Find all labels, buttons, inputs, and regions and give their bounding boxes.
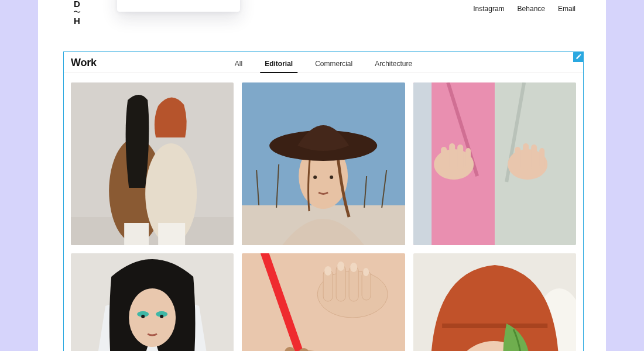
tab-editorial[interactable]: Editorial [263,60,294,73]
svg-rect-52 [442,324,547,328]
svg-point-15 [330,176,333,179]
tab-all[interactable]: All [234,60,244,73]
svg-rect-18 [413,82,431,245]
svg-rect-28 [539,148,544,169]
top-bar: D 〜 H Instagram Behance Email [38,0,606,51]
svg-rect-22 [457,144,463,170]
svg-point-34 [160,315,163,318]
svg-rect-5 [158,223,185,245]
section-title: Work [71,57,97,73]
header-nav: Instagram Behance Email [473,5,576,13]
tab-architecture[interactable]: Architecture [374,60,413,73]
svg-point-30 [129,288,176,347]
gallery-item[interactable] [242,82,405,245]
svg-point-33 [141,315,145,318]
site-logo[interactable]: D 〜 H [72,0,83,26]
gallery-item[interactable] [413,82,576,245]
svg-point-42 [337,261,344,271]
tab-commercial[interactable]: Commercial [314,60,354,73]
nav-link-behance[interactable]: Behance [518,5,545,13]
svg-rect-20 [441,147,447,170]
work-grid [64,73,583,351]
logo-glyph-mid: 〜 [73,9,81,15]
nav-link-instagram[interactable]: Instagram [473,5,504,13]
gallery-item[interactable] [413,253,576,351]
gallery-item[interactable] [71,82,234,245]
svg-rect-26 [523,143,529,170]
page-canvas: D 〜 H Instagram Behance Email Work All E… [38,0,606,351]
gallery-item[interactable] [242,253,405,351]
section-header: Work All Editorial Commercial Architectu… [64,52,583,73]
filter-tabs: All Editorial Commercial Architecture [234,60,413,73]
svg-rect-3 [124,223,149,245]
gallery-item[interactable] [71,253,234,351]
svg-point-41 [324,266,331,276]
svg-point-43 [350,263,357,272]
svg-point-14 [313,176,317,179]
logo-glyph-bottom: H [74,16,81,26]
svg-point-44 [363,268,369,276]
svg-rect-21 [449,143,455,170]
nav-link-email[interactable]: Email [558,5,576,13]
work-section-selected[interactable]: Work All Editorial Commercial Architectu… [63,51,584,351]
floating-toolbar-card[interactable] [117,0,240,12]
svg-rect-23 [465,148,471,169]
svg-rect-25 [515,147,520,170]
svg-rect-27 [531,144,537,170]
